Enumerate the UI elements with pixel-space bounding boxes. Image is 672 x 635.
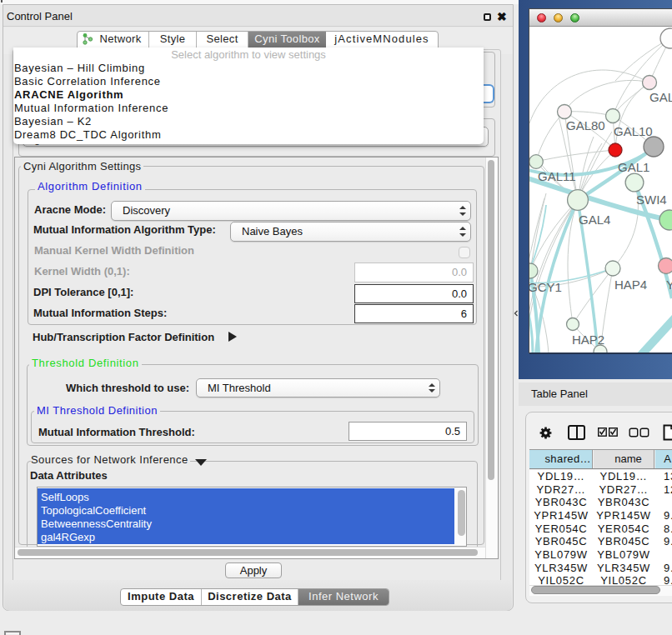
svg-text:GCY1: GCY1 <box>529 280 562 294</box>
svg-text:HAP4: HAP4 <box>614 278 647 292</box>
svg-text:SWI4: SWI4 <box>636 192 667 207</box>
svg-text:GAL10: GAL10 <box>614 124 653 138</box>
svg-text:HAP2: HAP2 <box>572 332 604 347</box>
svg-text:GAL80: GAL80 <box>566 118 605 132</box>
svg-text:GAL11: GAL11 <box>538 169 576 183</box>
svg-text:GAL4: GAL4 <box>579 212 610 227</box>
svg-text:GAL2: GAL2 <box>649 90 672 104</box>
svg-text:Y: Y <box>666 278 672 292</box>
svg-text:GAL1: GAL1 <box>618 160 649 174</box>
